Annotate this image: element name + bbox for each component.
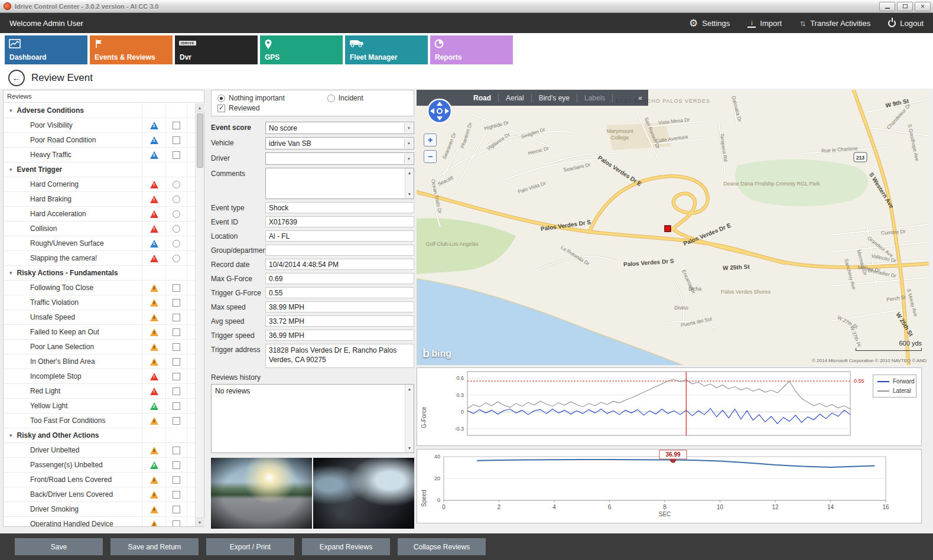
tab-fleet-manager[interactable]: Fleet Manager bbox=[345, 35, 428, 64]
logout-button[interactable]: Logout bbox=[888, 19, 924, 28]
vehicle-select[interactable]: idrive Van SB▼ bbox=[265, 137, 414, 149]
hard-acceleration-radio[interactable] bbox=[173, 210, 180, 218]
review-item-row: Yellow Light2 bbox=[4, 399, 195, 414]
map-toolbar-collapse-icon[interactable]: « bbox=[632, 94, 648, 102]
item-control-cell bbox=[165, 310, 187, 324]
driver-smoking-checkbox[interactable] bbox=[173, 506, 180, 513]
yellow-light-checkbox[interactable] bbox=[173, 402, 180, 410]
tab-reports[interactable]: Reports bbox=[430, 35, 513, 64]
review-group-row[interactable]: ▾Adverse Conditions bbox=[4, 103, 195, 118]
reviews-scrollbar[interactable]: ▲ ▼ bbox=[195, 103, 204, 526]
expand-reviews-button[interactable]: Expand Reviews bbox=[302, 538, 390, 555]
back-button[interactable]: ← bbox=[8, 70, 25, 86]
rough-uneven-surface-radio[interactable] bbox=[173, 240, 180, 248]
hard-cornering-radio[interactable] bbox=[173, 181, 180, 188]
item-icon-cell: ! bbox=[142, 369, 165, 383]
review-group-row[interactable]: ▾Risky Actions - Fundamentals bbox=[4, 266, 195, 281]
map[interactable]: 213Palos Verdes Dr SPalos Verdes Dr SPal… bbox=[417, 90, 929, 365]
item-control-cell bbox=[165, 192, 187, 206]
event-location-marker[interactable] bbox=[665, 226, 671, 232]
scrollbar-thumb[interactable] bbox=[197, 113, 203, 168]
minimize-button[interactable] bbox=[879, 2, 895, 11]
review-item-row: In Other's Blind Area3 bbox=[4, 354, 195, 369]
map-view-aerial[interactable]: Aerial bbox=[499, 94, 532, 102]
maximize-button[interactable] bbox=[897, 2, 913, 11]
max-g-force-field: 0.69 bbox=[265, 273, 414, 284]
record-date-label: Record date bbox=[211, 259, 265, 269]
unsafe-speed-checkbox[interactable] bbox=[173, 314, 180, 321]
reviewed-checkbox[interactable] bbox=[217, 105, 225, 112]
slapping-the-camera-radio[interactable] bbox=[173, 255, 180, 262]
in-other-s-blind-area-checkbox[interactable] bbox=[173, 358, 180, 366]
reviews-history-scrollbar[interactable]: ▲ ▼ bbox=[405, 385, 414, 452]
scroll-down-icon[interactable]: ▼ bbox=[196, 517, 204, 526]
map-view-labels[interactable]: Labels bbox=[577, 94, 613, 102]
legend-line-swatch bbox=[877, 381, 889, 382]
front-camera-thumbnail[interactable] bbox=[211, 458, 312, 529]
tab-gps[interactable]: GPS bbox=[260, 35, 343, 64]
back-driver-lens-covered-checkbox[interactable] bbox=[173, 491, 180, 499]
item-icon-cell: 2 bbox=[142, 458, 165, 472]
hard-braking-radio[interactable] bbox=[173, 196, 180, 203]
collapse-reviews-button[interactable]: Collapse Reviews bbox=[398, 538, 486, 555]
map-compass-control[interactable] bbox=[426, 97, 453, 127]
map-zoom-in-button[interactable]: + bbox=[424, 134, 437, 146]
export-print-button[interactable]: Export / Print bbox=[206, 538, 294, 555]
import-button[interactable]: ↓Import bbox=[747, 19, 782, 28]
driver-label: Driver bbox=[211, 152, 265, 162]
review-group-row[interactable]: ▾Event Trigger bbox=[4, 162, 195, 177]
traffic-violation-checkbox[interactable] bbox=[173, 299, 180, 307]
svg-text:16: 16 bbox=[882, 504, 889, 510]
map-view-road[interactable]: Road bbox=[466, 94, 499, 102]
reviews-panel-header: Reviews bbox=[4, 90, 204, 103]
map-view-birds-eye[interactable]: Bird's eye bbox=[532, 94, 577, 102]
too-fast-for-conditions-checkbox[interactable] bbox=[173, 417, 180, 425]
field-row-group-department: Group/department bbox=[211, 245, 414, 256]
severity-red-triangle-icon: ! bbox=[150, 210, 158, 218]
front-road-lens-covered-checkbox[interactable] bbox=[173, 476, 180, 484]
map-label: College bbox=[611, 135, 629, 141]
map-canvas[interactable]: 213Palos Verdes Dr SPalos Verdes Dr SPal… bbox=[417, 90, 929, 365]
settings-button[interactable]: ⚙Settings bbox=[689, 18, 730, 28]
driver-camera-thumbnail[interactable] bbox=[313, 458, 414, 529]
nothing-important-radio[interactable] bbox=[217, 95, 225, 102]
operating-handled-device-checkbox[interactable] bbox=[173, 520, 180, 527]
scroll-up-icon[interactable]: ▲ bbox=[196, 103, 204, 112]
failed-to-keep-an-out-checkbox[interactable] bbox=[173, 328, 180, 336]
reviews-panel: Reviews ▾Adverse ConditionsPoor Visibili… bbox=[3, 90, 204, 527]
map-zoom-out-button[interactable]: − bbox=[424, 150, 437, 163]
incident-radio[interactable] bbox=[327, 95, 335, 102]
tab-events-reviews[interactable]: Events & Reviews bbox=[90, 35, 173, 64]
severity-orange-triangle-icon: 3 bbox=[150, 447, 158, 454]
comments-textarea[interactable]: ▲▼ bbox=[265, 168, 414, 199]
tab-dvr[interactable]: IDRIVEDvr bbox=[175, 35, 258, 64]
heavy-traffic-checkbox[interactable] bbox=[173, 151, 180, 159]
save-and-return-button[interactable]: Save and Return bbox=[110, 538, 199, 555]
incomplete-stop-checkbox[interactable] bbox=[173, 373, 180, 380]
transfer-activities-button[interactable]: ↑↓Transfer Activities bbox=[799, 18, 870, 28]
item-end-cell bbox=[187, 118, 195, 132]
textarea-scrollbar[interactable]: ▲▼ bbox=[405, 168, 414, 198]
poor-road-condition-checkbox[interactable] bbox=[173, 136, 180, 144]
collision-radio[interactable] bbox=[173, 225, 180, 233]
review-group-row[interactable]: ▾Risky and Other Actions bbox=[4, 428, 195, 443]
severity-green-triangle-icon: 2 bbox=[150, 402, 158, 410]
avg-speed-label: Avg speed bbox=[211, 315, 265, 325]
main-content: Reviews ▾Adverse ConditionsPoor Visibili… bbox=[0, 89, 933, 533]
following-too-close-checkbox[interactable] bbox=[173, 284, 180, 292]
svg-text:213: 213 bbox=[856, 155, 864, 161]
maximize-icon bbox=[903, 4, 908, 8]
save-button[interactable]: Save bbox=[15, 538, 103, 555]
driver-select[interactable]: ▼ bbox=[265, 152, 414, 165]
poor-visibility-checkbox[interactable] bbox=[173, 122, 180, 129]
tab-dashboard[interactable]: Dashboard bbox=[5, 35, 87, 64]
poor-lane-selection-checkbox[interactable] bbox=[173, 343, 180, 351]
review-item-row: Driver Smoking3 bbox=[4, 502, 195, 517]
passenger-s-unbelted-checkbox[interactable] bbox=[173, 461, 180, 469]
close-button[interactable] bbox=[915, 2, 931, 11]
item-control-cell bbox=[165, 354, 187, 369]
red-light-checkbox[interactable] bbox=[173, 388, 180, 395]
dvr-logo-icon: IDRIVE bbox=[179, 41, 196, 45]
driver-unbelted-checkbox[interactable] bbox=[173, 447, 180, 454]
event-score-select[interactable]: No score▼ bbox=[265, 122, 414, 134]
